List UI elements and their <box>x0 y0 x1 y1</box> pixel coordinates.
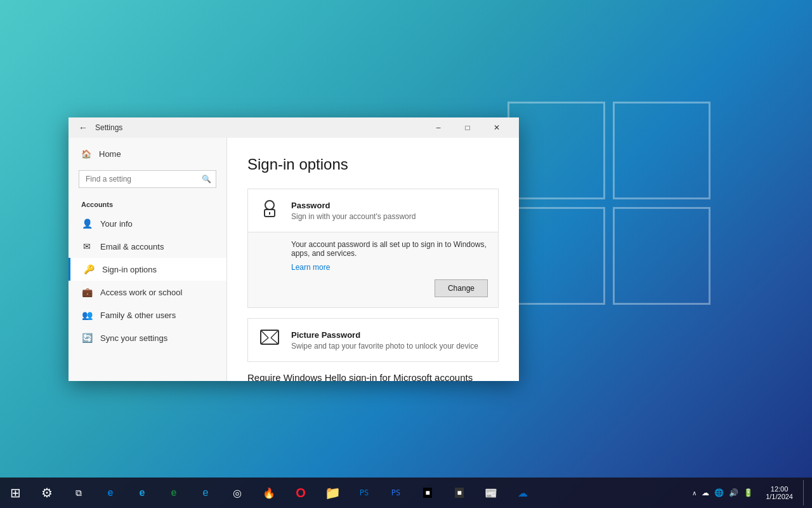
clock-time: 12:00 <box>771 485 789 493</box>
password-body-text: Your account password is all set up to s… <box>291 232 488 263</box>
svg-line-5 <box>271 330 278 338</box>
battery-icon[interactable]: 🔋 <box>743 488 753 497</box>
windows-hello-title: Require Windows Hello sign-in for Micros… <box>247 372 499 381</box>
firefox-icon: 🔥 <box>263 487 275 499</box>
opera-icon: O <box>296 486 306 500</box>
password-subtitle: Sign in with your account's password <box>291 212 416 221</box>
settings-content: 🏠 Home 🔍 Accounts 👤 Your info ✉ Email & … <box>69 138 519 381</box>
terminal-icon: PS <box>360 488 369 497</box>
home-icon: 🏠 <box>81 149 91 159</box>
svg-point-0 <box>265 201 274 210</box>
start-button[interactable]: ⊞ <box>0 478 30 508</box>
window-controls: – □ ✕ <box>424 117 511 138</box>
window-title: Settings <box>95 123 424 132</box>
terminal-button[interactable]: PS <box>349 478 379 508</box>
sign-in-label: Sign-in options <box>102 265 157 274</box>
sidebar-item-home[interactable]: 🏠 Home <box>69 143 226 165</box>
folder-button[interactable]: 📁 <box>317 478 348 508</box>
sign-in-icon: 🔑 <box>83 264 95 274</box>
cmd2-button[interactable]: ■ <box>444 478 475 508</box>
sidebar-item-sign-in[interactable]: 🔑 Sign-in options <box>69 258 226 281</box>
edge-dev-icon: e <box>171 487 177 498</box>
taskbar: ⊞ ⚙ ⧉ e e e e ◎ 🔥 O 📁 <box>0 478 812 508</box>
change-button[interactable]: Change <box>435 279 488 297</box>
your-info-label: Your info <box>100 219 133 229</box>
password-card: Password Sign in with your account's pas… <box>247 189 499 308</box>
access-work-icon: 💼 <box>81 287 93 297</box>
cmd2-icon: ■ <box>455 488 463 498</box>
svg-line-7 <box>271 338 278 344</box>
onedrive-button[interactable]: ☁ <box>508 478 538 508</box>
minimize-button[interactable]: – <box>424 117 453 138</box>
chrome-icon: ◎ <box>233 487 242 499</box>
network-icon[interactable]: 🌐 <box>714 488 724 497</box>
windows-logo-background <box>508 102 710 305</box>
maximize-button[interactable]: □ <box>453 117 482 138</box>
edge-legacy-icon: e <box>140 487 145 498</box>
show-desktop-button[interactable] <box>803 480 807 505</box>
password-title: Password <box>291 201 416 210</box>
password-icon <box>258 198 281 223</box>
opera-button[interactable]: O <box>285 478 316 508</box>
search-button[interactable]: ⚙ <box>32 478 62 508</box>
email-label: Email & accounts <box>100 242 164 251</box>
access-work-label: Access work or school <box>100 288 182 297</box>
system-tray-icons: ∧ ☁ 🌐 🔊 🔋 <box>687 488 758 497</box>
clock-date: 1/1/2024 <box>766 493 793 500</box>
password-info: Password Sign in with your account's pas… <box>291 201 416 221</box>
search-taskbar-icon: ⚙ <box>41 485 53 500</box>
picture-password-card[interactable]: Picture Password Swipe and tap your favo… <box>247 318 499 362</box>
taskbar-left: ⊞ ⚙ ⧉ e e e e ◎ 🔥 O 📁 <box>0 478 538 508</box>
folder-icon: 📁 <box>325 485 341 500</box>
show-hidden-icon[interactable]: ∧ <box>692 490 697 497</box>
chrome-button[interactable]: ◎ <box>222 478 252 508</box>
cmd-button[interactable]: ■ <box>412 478 443 508</box>
home-label: Home <box>99 149 121 159</box>
volume-icon[interactable]: 🔊 <box>729 488 738 497</box>
task-view-icon: ⧉ <box>75 488 82 498</box>
onedrive-tray-icon[interactable]: ☁ <box>702 488 709 497</box>
title-bar: ← Settings – □ ✕ <box>69 117 519 138</box>
family-label: Family & other users <box>100 311 176 320</box>
password-card-header[interactable]: Password Sign in with your account's pas… <box>248 189 498 232</box>
picture-password-subtitle: Swipe and tap your favorite photo to unl… <box>291 342 478 351</box>
svg-line-6 <box>261 338 268 344</box>
sidebar-item-family[interactable]: 👥 Family & other users <box>69 304 226 326</box>
sync-icon: 🔄 <box>81 333 93 343</box>
task-view-button[interactable]: ⧉ <box>63 478 94 508</box>
sidebar-item-sync[interactable]: 🔄 Sync your settings <box>69 326 226 349</box>
picture-password-title: Picture Password <box>291 330 478 340</box>
sidebar-section-title: Accounts <box>69 193 226 212</box>
sidebar-item-your-info[interactable]: 👤 Your info <box>69 212 226 235</box>
onedrive-icon: ☁ <box>518 487 528 499</box>
edge-dev-button[interactable]: e <box>159 478 189 508</box>
news-icon: 📰 <box>485 487 497 499</box>
your-info-icon: 👤 <box>81 218 93 229</box>
ie-icon: e <box>203 487 209 498</box>
back-button[interactable]: ← <box>76 120 90 135</box>
svg-line-4 <box>261 330 268 338</box>
ie-button[interactable]: e <box>190 478 221 508</box>
taskbar-right: ∧ ☁ 🌐 🔊 🔋 12:00 1/1/2024 <box>687 480 812 505</box>
edge-legacy-button[interactable]: e <box>127 478 157 508</box>
firefox-button[interactable]: 🔥 <box>254 478 284 508</box>
news-button[interactable]: 📰 <box>476 478 506 508</box>
picture-password-icon <box>258 328 281 352</box>
sidebar: 🏠 Home 🔍 Accounts 👤 Your info ✉ Email & … <box>69 138 227 381</box>
search-input[interactable] <box>79 170 216 188</box>
close-button[interactable]: ✕ <box>482 117 511 138</box>
edge-icon: e <box>108 487 114 498</box>
search-icon: 🔍 <box>202 175 211 184</box>
page-title: Sign-in options <box>247 156 499 173</box>
edge-button[interactable]: e <box>95 478 126 508</box>
settings-window: ← Settings – □ ✕ 🏠 Home 🔍 Accounts <box>69 117 519 381</box>
powershell-button[interactable]: PS <box>381 478 411 508</box>
system-clock[interactable]: 12:00 1/1/2024 <box>761 485 798 500</box>
learn-more-link[interactable]: Learn more <box>291 263 488 272</box>
powershell-icon: PS <box>391 488 400 497</box>
sidebar-item-email-accounts[interactable]: ✉ Email & accounts <box>69 235 226 258</box>
sidebar-search-container: 🔍 <box>79 170 216 188</box>
sidebar-item-access-work[interactable]: 💼 Access work or school <box>69 281 226 304</box>
picture-password-info: Picture Password Swipe and tap your favo… <box>291 330 478 351</box>
main-content: Sign-in options Password Sign in with yo… <box>227 138 519 381</box>
